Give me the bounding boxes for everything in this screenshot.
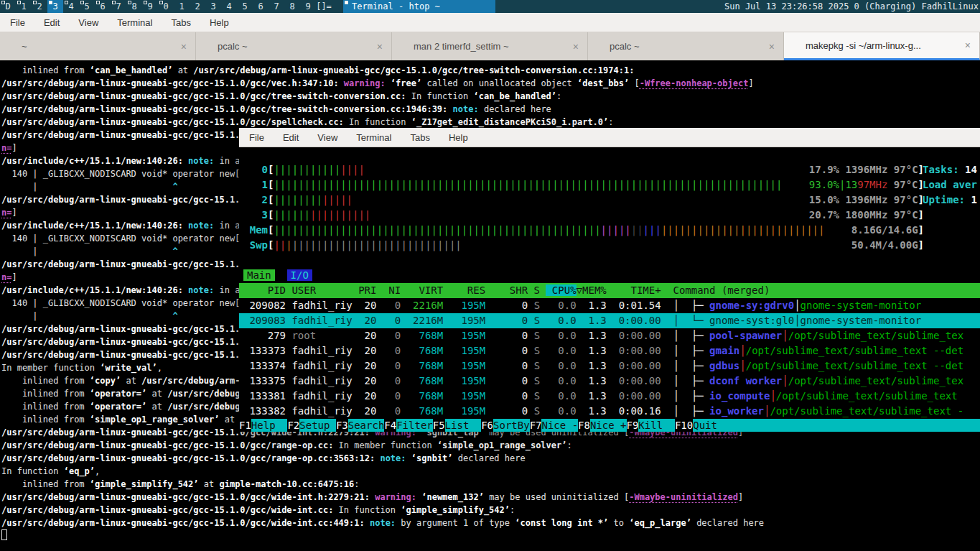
workspace-9[interactable]: 9	[300, 0, 316, 13]
fkey-label-filter[interactable]: Filter	[396, 419, 433, 432]
htop-tab-main[interactable]: Main	[243, 269, 275, 281]
header-columns[interactable]: PID USER PRI NI VIRT RES SHR S	[243, 284, 546, 296]
fkey-f8[interactable]: F8	[578, 419, 590, 432]
workspace-label: D	[5, 1, 10, 11]
htop-terminal[interactable]: 0[|||||||||||||||17.9% 1396MHz 97°C]1[||…	[239, 147, 980, 432]
workspace-label: 6	[258, 1, 263, 11]
fkey-f9[interactable]: F9	[627, 419, 639, 432]
tab-close-icon[interactable]: ×	[965, 40, 971, 51]
menu-item-tabs[interactable]: Tabs	[410, 132, 429, 143]
workspace-marker-icon	[49, 1, 52, 4]
process-row-selected[interactable]: 209083 fadhil_riy 20 0 2216M 195M 0 S 0.…	[239, 313, 980, 328]
terminal-line: /usr/src/debug/arm-linux-gnueabi-gcc/gcc…	[1, 504, 515, 517]
workspace-label: 3	[52, 1, 57, 11]
terminal-line: /usr/src/debug/arm-linux-gnueabi-gcc/gcc…	[1, 193, 271, 206]
fkey-f10[interactable]: F10	[675, 419, 693, 432]
fkey-label-nice-[interactable]: Nice -	[541, 419, 578, 432]
process-row[interactable]: 133381 fadhil_riy 20 0 768M 195M 0 S 0.0…	[239, 389, 980, 404]
tab-5[interactable]: makepkg -si ~/arm-linux-g...×	[784, 32, 980, 60]
menu-item-terminal[interactable]: Terminal	[117, 17, 152, 28]
workspace-2[interactable]: 2	[32, 0, 47, 13]
fkey-label-setup[interactable]: Setup	[299, 419, 336, 432]
workspace-5[interactable]: 5	[79, 0, 95, 13]
workspace-6[interactable]: 6	[95, 0, 111, 13]
tab-close-icon[interactable]: ×	[377, 41, 383, 52]
menu-item-file[interactable]: File	[10, 17, 25, 28]
tab-3[interactable]: man 2 timerfd_settim ~×	[392, 32, 588, 60]
menu-item-edit[interactable]: Edit	[44, 17, 60, 28]
fkey-f2[interactable]: F2	[287, 419, 299, 432]
fkey-label-sortby[interactable]: SortBy	[493, 419, 530, 432]
menu-item-view[interactable]: View	[78, 17, 98, 28]
sort-column-cpu[interactable]: CPU%	[546, 284, 576, 296]
workspace-4[interactable]: 4	[221, 0, 237, 13]
terminal-line: inlined from ‘can_be_handled’ at /usr/sr…	[1, 64, 634, 77]
menu-item-tabs[interactable]: Tabs	[171, 17, 190, 28]
htop-tab-io[interactable]: I/O	[287, 269, 312, 281]
workspace-1[interactable]: 1	[174, 0, 190, 13]
workspace-8[interactable]: 8	[126, 0, 142, 13]
workspace-2[interactable]: 2	[190, 0, 205, 13]
fkey-label-help[interactable]: Help	[251, 419, 288, 432]
tab-label: pcalc ~	[610, 41, 664, 52]
tab-4[interactable]: pcalc ~×	[588, 32, 784, 60]
workspace-8[interactable]: 8	[284, 0, 300, 13]
workspace-7[interactable]: 7	[269, 0, 284, 13]
workspace-D[interactable]: D	[0, 0, 16, 13]
terminal-line: /usr/src/debug/arm-linux-gnueabi-gcc/gcc…	[1, 129, 271, 142]
header-columns[interactable]: ▽MEM% TIME+ Command (merged)	[577, 284, 770, 296]
process-row[interactable]: 209082 fadhil_riy 20 0 2216M 195M 0 S 0.…	[239, 298, 980, 313]
process-row[interactable]: 133382 fadhil_riy 20 0 768M 195M 0 S 0.0…	[239, 404, 980, 419]
window-marker-icon	[345, 1, 348, 4]
terminal-line: /usr/include/c++/15.1.1/new:140:26: note…	[1, 284, 266, 297]
workspace-marker-icon	[33, 1, 37, 4]
menu-item-help[interactable]: Help	[210, 17, 229, 28]
menu-item-file[interactable]: File	[249, 132, 264, 143]
fkey-label-list[interactable]: List	[445, 419, 482, 432]
fkey-f1[interactable]: F1	[239, 419, 251, 432]
process-row[interactable]: 133374 fadhil_riy 20 0 768M 195M 0 S 0.0…	[239, 358, 980, 374]
workspace-3[interactable]: 3	[47, 0, 63, 13]
workspace-marker-icon	[1, 1, 5, 4]
fkey-f3[interactable]: F3	[336, 419, 348, 432]
fkey-label-search[interactable]: Search	[348, 419, 385, 432]
terminal-line: /usr/src/debug/arm-linux-gnueabi-gcc/gcc…	[1, 258, 271, 271]
fkey-f6[interactable]: F6	[481, 419, 493, 432]
process-row[interactable]: 279 root 20 0 768M 195M 0 S 0.0 1.3 0:00…	[239, 328, 980, 343]
tab-close-icon[interactable]: ×	[769, 41, 775, 52]
workspace-9[interactable]: 9	[142, 0, 158, 13]
workspace-5[interactable]: 5	[237, 0, 253, 13]
fkey-label-nice+[interactable]: Nice +	[590, 419, 627, 432]
menu-item-view[interactable]: View	[317, 132, 337, 143]
process-row[interactable]: 133375 fadhil_riy 20 0 768M 195M 0 S 0.0…	[239, 374, 980, 389]
fkey-f4[interactable]: F4	[384, 419, 396, 432]
menu-item-edit[interactable]: Edit	[283, 132, 299, 143]
fkey-f5[interactable]: F5	[433, 419, 445, 432]
fkey-label-kill[interactable]: Kill	[638, 419, 675, 432]
window-button[interactable]: Terminal - htop ~	[343, 0, 495, 13]
process-row[interactable]: 133373 fadhil_riy 20 0 768M 195M 0 S 0.0…	[239, 343, 980, 358]
meter-label: 0	[243, 162, 268, 177]
tab-label: ~	[22, 41, 52, 52]
workspace-3[interactable]: 3	[205, 0, 221, 13]
workspace-7[interactable]: 7	[111, 0, 126, 13]
fkey-label-quit[interactable]: Quit	[693, 419, 729, 432]
menu-item-terminal[interactable]: Terminal	[356, 132, 391, 143]
terminal-line: /usr/src/debug/arm-linux-gnueabi-gcc/gcc…	[1, 323, 271, 335]
meter-2: 2[|||||||||||||15.0% 1396MHz 97°C]	[243, 193, 924, 208]
workspace-1[interactable]: 1	[16, 0, 32, 13]
workspace-label: 6	[100, 1, 105, 11]
fkey-f7[interactable]: F7	[530, 419, 542, 432]
menu-item-help[interactable]: Help	[449, 132, 468, 143]
htop-window: FileEditViewTerminalTabsHelp 0[|||||||||…	[239, 128, 980, 432]
workspace-[]=[interactable]: []=	[316, 0, 332, 13]
tab-2[interactable]: pcalc ~×	[196, 32, 392, 60]
workspace-6[interactable]: 6	[253, 0, 269, 13]
workspace-label: 9	[305, 1, 310, 11]
htop-table-header[interactable]: PID USER PRI NI VIRT RES SHR S CPU%▽MEM%…	[239, 283, 980, 298]
tab-1[interactable]: ~×	[0, 32, 196, 60]
tab-close-icon[interactable]: ×	[181, 41, 187, 52]
workspace-4[interactable]: 4	[63, 0, 79, 13]
tab-close-icon[interactable]: ×	[573, 41, 579, 52]
workspace-0[interactable]: 0	[158, 0, 174, 13]
